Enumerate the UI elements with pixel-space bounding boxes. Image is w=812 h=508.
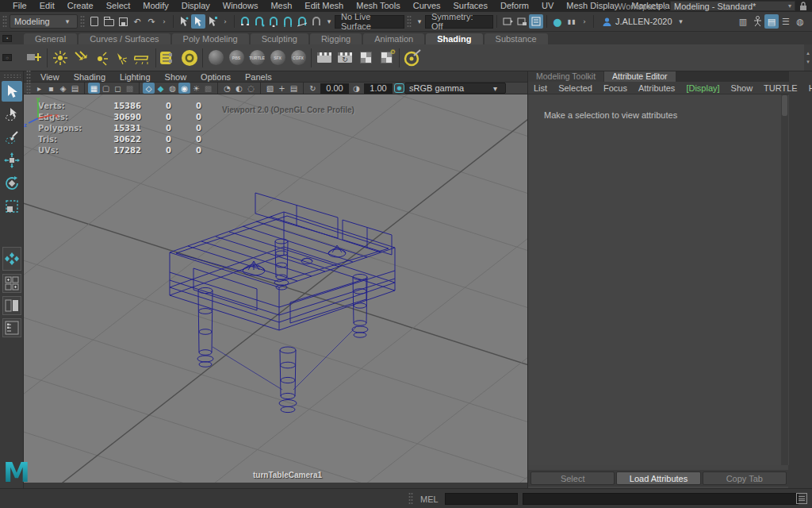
menu-deform[interactable]: Deform xyxy=(494,0,535,12)
cgfx-material-icon[interactable]: CGFX xyxy=(288,48,308,68)
shadows-icon[interactable]: ▩ xyxy=(202,83,214,94)
pan-zoom-icon[interactable]: + xyxy=(276,83,288,94)
camera-attributes-icon[interactable]: ◈ xyxy=(57,83,69,94)
shelf-tab-animation[interactable]: Animation xyxy=(363,33,424,44)
menu-select[interactable]: Select xyxy=(100,0,137,12)
shelf-tab-rigging[interactable]: Rigging xyxy=(310,33,362,44)
construction-history-icon[interactable]: ▥ xyxy=(736,14,750,29)
grid-icon[interactable]: ▦ xyxy=(88,83,100,94)
paint-select-tool[interactable] xyxy=(2,127,22,148)
render-settings-shelf-icon[interactable] xyxy=(314,48,335,68)
render-view-icon[interactable] xyxy=(500,14,515,29)
menu-modify[interactable]: Modify xyxy=(136,0,174,12)
expand-icon[interactable]: › xyxy=(159,14,170,29)
motion-blur-icon[interactable]: ◐ xyxy=(233,83,245,94)
lasso-select-tool[interactable] xyxy=(2,104,22,125)
menu-windows[interactable]: Windows xyxy=(216,0,265,12)
ae-menu-selected[interactable]: Selected xyxy=(553,83,598,93)
expand-icon[interactable]: › xyxy=(579,14,590,29)
viewport-canvas[interactable]: Verts: 15386 0 0 Edges: 30690 0 0 Polygo… xyxy=(24,94,551,483)
select-button[interactable]: Select xyxy=(530,471,615,485)
menu-mesh-display[interactable]: Mesh Display xyxy=(560,0,625,12)
load-attributes-button[interactable]: Load Attributes xyxy=(616,471,700,485)
shelf-menu-button[interactable]: ▪ xyxy=(2,35,12,42)
grip-handle[interactable] xyxy=(407,15,412,29)
layout-four-view-button[interactable] xyxy=(2,274,21,293)
snap-grid-icon[interactable] xyxy=(238,14,252,29)
script-editor-icon[interactable] xyxy=(796,493,807,504)
snap-point-icon[interactable] xyxy=(266,14,281,29)
menu-uv[interactable]: UV xyxy=(535,0,560,12)
chevron-down-icon[interactable]: ▾ xyxy=(324,14,335,29)
shaded-icon[interactable]: ◆ xyxy=(155,83,167,94)
live-surface-field[interactable]: No Live Surface xyxy=(335,15,404,29)
wireframe-icon[interactable]: ◇ xyxy=(143,83,155,94)
vp-menu-lighting[interactable]: Lighting xyxy=(113,72,158,82)
ae-menu-list[interactable]: List xyxy=(528,83,553,93)
wireframe-on-shaded-icon[interactable]: ◍ xyxy=(167,83,178,94)
ae-menu-show[interactable]: Show xyxy=(726,83,759,93)
menu-mesh[interactable]: Mesh xyxy=(264,0,298,12)
shading-map-icon[interactable] xyxy=(24,48,44,68)
colorspace-dropdown[interactable]: sRGB gamma ▾ xyxy=(404,83,506,94)
standard-surface-icon[interactable] xyxy=(205,48,226,68)
user-account-dropdown[interactable]: J.ALLEN-2020 ▾ xyxy=(597,14,691,29)
grip-handle[interactable] xyxy=(408,492,413,506)
channel-box-toggle-icon[interactable]: ☰ xyxy=(779,14,793,29)
scroll-up-icon[interactable]: ▴ xyxy=(806,50,810,56)
bookmark-icon[interactable]: ▤ xyxy=(69,83,81,94)
scale-tool[interactable] xyxy=(2,196,22,217)
command-language-toggle[interactable]: MEL xyxy=(420,495,439,504)
select-camera-icon[interactable]: ▸ xyxy=(33,83,45,94)
texture-editor-icon[interactable] xyxy=(355,48,376,68)
select-object-icon[interactable] xyxy=(191,14,205,29)
scrollbar-thumb[interactable] xyxy=(782,95,787,116)
ae-menu-focus[interactable]: Focus xyxy=(598,83,633,93)
menu-surfaces[interactable]: Surfaces xyxy=(447,0,494,12)
shelf-scroll-arrows[interactable]: ▴ ▾ xyxy=(804,44,812,71)
texture-settings-icon[interactable]: ⚙ xyxy=(376,48,396,68)
select-hierarchy-icon[interactable] xyxy=(177,14,191,29)
point-light-icon[interactable] xyxy=(50,48,71,68)
move-tool[interactable] xyxy=(2,150,22,171)
vp-menu-panels[interactable]: Panels xyxy=(238,72,279,82)
textured-icon[interactable]: ◉ xyxy=(178,83,190,94)
gate-mask-icon[interactable]: ▩ xyxy=(124,83,136,94)
sfx-material-icon[interactable]: SFX xyxy=(267,48,288,68)
area-light-icon[interactable] xyxy=(132,48,153,68)
undo-icon[interactable]: ↶ xyxy=(130,14,144,29)
ae-menu-help[interactable]: Help xyxy=(803,83,812,93)
directional-light-icon[interactable] xyxy=(71,48,91,68)
menu-edit[interactable]: Edit xyxy=(33,0,61,12)
layout-outliner-persp-button[interactable] xyxy=(2,318,21,337)
menu-mesh-tools[interactable]: Mesh Tools xyxy=(350,0,406,12)
shelf-tab-curves-surfaces[interactable]: Curves / Surfaces xyxy=(79,33,170,44)
spot-light-icon[interactable] xyxy=(112,48,132,68)
select-tool[interactable] xyxy=(2,81,22,102)
isolate-select-icon[interactable]: ▧ xyxy=(264,83,276,94)
hypershade-icon[interactable] xyxy=(159,48,179,68)
screen-space-ao-icon[interactable]: ◔ xyxy=(221,83,233,94)
lock-camera-icon[interactable]: ▪ xyxy=(45,83,57,94)
render-material-icon[interactable] xyxy=(179,48,200,68)
shelf-tab-general[interactable]: General xyxy=(24,33,77,44)
snap-curve-icon[interactable] xyxy=(252,14,266,29)
layout-two-pane-button[interactable] xyxy=(2,296,21,315)
use-all-lights-icon[interactable]: ☀ xyxy=(190,83,202,94)
redo-icon[interactable]: ↷ xyxy=(144,14,159,29)
anti-aliasing-icon[interactable]: ◌ xyxy=(245,83,257,94)
exposure-field[interactable]: 0.00 xyxy=(320,83,349,94)
shelf-tab-substance[interactable]: Substance xyxy=(485,33,548,44)
menu-set-dropdown[interactable]: Modeling ▾ xyxy=(10,14,78,29)
menu-edit-mesh[interactable]: Edit Mesh xyxy=(298,0,350,12)
render-settings-icon[interactable] xyxy=(529,14,543,29)
grip-handle[interactable] xyxy=(26,83,31,94)
grip-handle[interactable] xyxy=(3,74,21,79)
record-icon[interactable]: ● xyxy=(550,14,565,29)
expand-icon[interactable]: › xyxy=(220,14,231,29)
vp-menu-shading[interactable]: Shading xyxy=(67,72,113,82)
copy-tab-button[interactable]: Copy Tab xyxy=(703,471,787,485)
save-scene-icon[interactable] xyxy=(116,14,130,29)
grease-pencil-icon[interactable]: ▤ xyxy=(288,83,300,94)
new-scene-icon[interactable] xyxy=(87,14,102,29)
